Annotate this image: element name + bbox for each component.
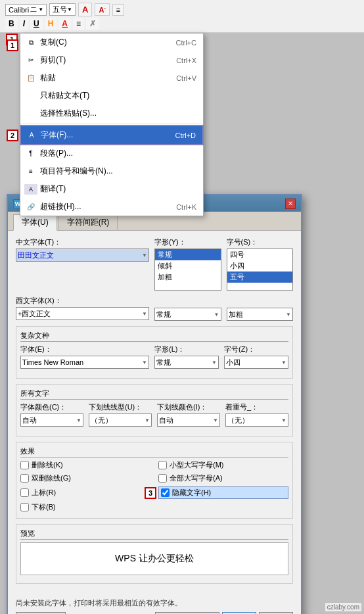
menu-item-cut[interactable]: ✂ 剪切(T) Ctrl+X — [20, 51, 203, 69]
western-style-select[interactable]: 常规 ▼ — [154, 308, 221, 321]
size-selector[interactable]: 五号 ▼ — [49, 3, 76, 16]
small-caps-checkbox[interactable] — [158, 461, 167, 469]
subscript-checkbox[interactable] — [20, 503, 29, 511]
menu-item-paragraph[interactable]: ¶ 段落(P)... — [20, 145, 203, 162]
menu-paste-label: 粘贴 — [40, 72, 56, 83]
size-listbox[interactable]: 四号 小四 五号 — [227, 248, 294, 291]
hidden-checkbox[interactable] — [161, 488, 170, 497]
all-text-label: 所有文字 — [20, 389, 288, 400]
effect-hidden: 3 隐藏文字(H) — [158, 486, 288, 499]
underline-type-select[interactable]: （无） ▼ — [89, 413, 152, 427]
complex-style-arrow-icon: ▼ — [212, 360, 217, 366]
western-font-label: 西文字体(X)： — [16, 296, 149, 306]
style-option-regular[interactable]: 常规 — [155, 249, 221, 260]
all-caps-label: 全部大写字母(A) — [170, 473, 223, 483]
bold-button[interactable]: B — [5, 18, 18, 30]
western-font-arrow-icon: ▼ — [142, 311, 147, 317]
clear-format-button[interactable]: ✗ — [86, 18, 99, 30]
effect-double-strikethrough: 双删除线(G) — [20, 473, 150, 483]
superscript-checkbox[interactable] — [20, 488, 29, 497]
align-button[interactable]: ≡ — [73, 18, 84, 30]
western-size-select[interactable]: 加粗 ▼ — [227, 308, 294, 321]
size-label-form: 字号(S)： — [227, 237, 294, 247]
emphasis-label: 着重号_： — [225, 402, 288, 412]
menu-paste-shortcut: Ctrl+V — [176, 74, 196, 82]
fontcolor-button[interactable]: A — [58, 18, 71, 30]
complex-section-label: 复杂文种 — [20, 331, 288, 342]
strikethrough-checkbox[interactable] — [20, 461, 29, 469]
size-option-4[interactable]: 四号 — [227, 249, 293, 260]
tab-char-spacing[interactable]: 字符间距(R) — [58, 214, 118, 230]
size-arrow-icon: ▼ — [67, 7, 72, 12]
underline-color-select[interactable]: 自动 ▼ — [157, 413, 220, 427]
menu-font-label: 字体(F)... — [41, 130, 73, 141]
form-row-1: 中文字体(T)： 田田文正文 ▼ 字形(Y)： 常规 倾斜 加粗 字号(S)： … — [16, 237, 293, 291]
size-option-5[interactable]: 五号 — [227, 272, 293, 283]
western-font-value: +西文正文 — [18, 309, 51, 319]
badge-2: 2 — [7, 130, 18, 141]
format-button[interactable]: ≡ — [112, 4, 124, 16]
chinese-font-label: 中文字体(T)： — [16, 237, 149, 247]
complex-font-arrow-icon: ▼ — [142, 360, 147, 366]
preview-box: WPS 让办公更轻松 — [20, 542, 288, 575]
style-option-bold[interactable]: 加粗 — [155, 272, 221, 283]
tab-font[interactable]: 字体(U) — [13, 214, 57, 231]
complex-style-group: 字形(L)： 常规 ▼ — [154, 344, 219, 369]
complex-size-label: 字号(Z)： — [224, 344, 288, 354]
complex-size-select[interactable]: 小四 ▼ — [224, 356, 288, 369]
double-strikethrough-checkbox[interactable] — [20, 474, 29, 483]
complex-style-select[interactable]: 常规 ▼ — [154, 356, 219, 369]
underline-color-value: 自动 — [159, 415, 173, 425]
font-color-group: 字体颜色(C)： 自动 ▼ — [20, 402, 83, 427]
menu-item-translate[interactable]: A 翻译(T) — [20, 180, 203, 198]
western-font-select[interactable]: +西文正文 ▼ — [16, 307, 149, 320]
dropdown-arrow-icon: ▼ — [38, 7, 43, 12]
effects-section: 效果 删除线(K) 小型大写字母(M) 双删除线(G) 全部大写字母(A) — [16, 442, 293, 519]
shrink-font-button[interactable]: A- — [95, 3, 109, 16]
grow-font-button[interactable]: A — [78, 3, 92, 16]
font-color-select[interactable]: 自动 ▼ — [20, 413, 83, 427]
menu-item-bullets[interactable]: ≡ 项目符号和编号(N)... — [20, 162, 203, 180]
highlight-button[interactable]: H — [45, 18, 57, 30]
font-icon: A — [25, 130, 38, 141]
underline-type-label: 下划线线型(U)： — [89, 402, 152, 412]
all-caps-checkbox[interactable] — [158, 474, 167, 483]
emphasis-value: （无） — [227, 415, 249, 425]
underline-button[interactable]: U — [30, 18, 43, 30]
effect-strikethrough: 删除线(K) — [20, 460, 150, 470]
menu-copy-label: 复制(C) — [40, 37, 67, 48]
style-listbox[interactable]: 常规 倾斜 加粗 — [154, 248, 221, 291]
form-row-2: 西文字体(X)： +西文正文 ▼ 常规 ▼ 加粗 ▼ — [16, 296, 293, 321]
toolbar-row1: Calibri 二 ▼ 五号 ▼ A A- ≡ — [5, 3, 359, 16]
menu-item-hyperlink[interactable]: 🔗 超链接(H)... Ctrl+K — [20, 198, 203, 216]
superscript-label: 上标(R) — [32, 488, 56, 498]
font-selector[interactable]: Calibri 二 ▼ — [5, 4, 47, 16]
menu-item-paste-text[interactable]: 只粘贴文本(T) — [20, 87, 203, 105]
complex-font-select[interactable]: Times New Roman ▼ — [20, 356, 149, 369]
preview-label: 预览 — [20, 529, 288, 540]
paste-icon: 📋 — [24, 73, 37, 83]
chinese-font-arrow-icon: ▼ — [142, 252, 147, 258]
menu-paste-special-label: 选择性粘贴(S)... — [40, 108, 97, 119]
emphasis-select[interactable]: （无） ▼ — [225, 413, 288, 427]
font-color-label: 字体颜色(C)： — [20, 402, 83, 412]
toolbar: Calibri 二 ▼ 五号 ▼ A A- ≡ B I U H A ≡ ✗ — [0, 0, 364, 33]
badge-3: 3 — [145, 487, 156, 499]
effects-grid: 删除线(K) 小型大写字母(M) 双删除线(G) 全部大写字母(A) 上标(R) — [20, 460, 288, 514]
size-option-4small[interactable]: 小四 — [227, 260, 293, 272]
italic-button[interactable]: I — [20, 18, 28, 30]
dialog-close-button[interactable]: ✕ — [285, 199, 296, 209]
size-group: 字号(S)： 四号 小四 五号 — [227, 237, 294, 291]
menu-item-font[interactable]: 2 A 字体(F)... Ctrl+D — [20, 126, 203, 145]
menu-item-paste[interactable]: 📋 粘贴 Ctrl+V — [20, 69, 203, 87]
western-size-arrow-icon: ▼ — [286, 312, 291, 318]
menu-item-copy[interactable]: ⧉ 复制(C) Ctrl+C — [20, 34, 203, 51]
font-dialog: W 字体 ✕ 字体(U) 字符间距(R) 中文字体(T)： 田田文正文 ▼ 字形… — [7, 194, 302, 614]
font-name-label: Calibri — [9, 6, 29, 14]
menu-item-paste-special[interactable]: 选择性粘贴(S)... — [20, 105, 203, 122]
complex-font-value: Times New Roman — [22, 358, 83, 366]
complex-size-value: 小四 — [226, 358, 240, 367]
style-option-italic[interactable]: 倾斜 — [155, 260, 221, 272]
chinese-font-select[interactable]: 田田文正文 ▼ — [16, 248, 149, 262]
dialog-footer: 尚未安装此字体，打印时将采用最相近的有效字体。 默认(D)... 文本效果(E)… — [8, 594, 301, 614]
